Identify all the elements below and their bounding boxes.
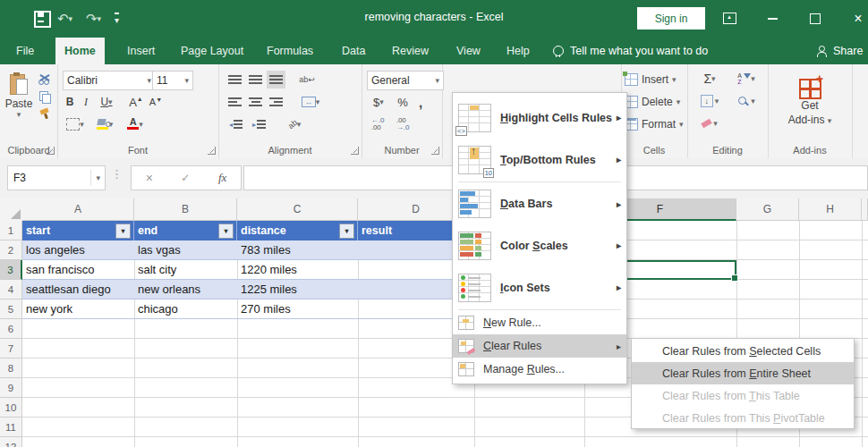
format-cells-button[interactable]: Format▾	[625, 116, 684, 132]
currency-button[interactable]: $▾	[367, 94, 390, 110]
font-dialog-launcher[interactable]	[208, 147, 216, 155]
column-header-g[interactable]: G	[736, 198, 799, 221]
alignment-dialog-launcher[interactable]	[351, 147, 359, 155]
filter-dropdown-icon[interactable]: ▾	[339, 224, 354, 239]
menu-item-icon-sets[interactable]: Icon Sets ▸	[453, 266, 626, 308]
filter-dropdown-icon[interactable]: ▾	[115, 224, 131, 239]
sign-in-button[interactable]: Sign in	[637, 7, 705, 30]
close-button[interactable]: ×	[848, 7, 868, 30]
tab-view[interactable]: View	[447, 38, 489, 64]
minimize-button[interactable]	[759, 7, 786, 30]
merge-center-button[interactable]: ↔ ▾	[295, 93, 326, 111]
cell-b3[interactable]: salt city	[134, 260, 237, 280]
percent-button[interactable]: %	[394, 94, 412, 110]
menu-item-color-scales[interactable]: Color Scales ▸	[453, 224, 626, 266]
name-box[interactable]: F3 ▾	[7, 165, 106, 190]
tell-me-box[interactable]: Tell me what you want to do	[553, 38, 708, 64]
cell-a4[interactable]: seattlesan diego	[22, 280, 134, 299]
column-header-b[interactable]: B	[134, 198, 237, 221]
column-header-partial[interactable]	[862, 198, 868, 221]
menu-item-clear-rules[interactable]: Clear Rules ▸	[453, 334, 626, 358]
top-align-button[interactable]	[226, 71, 244, 89]
tab-home[interactable]: Home	[55, 38, 105, 64]
cell-b2[interactable]: las vgas	[134, 240, 237, 260]
maximize-button[interactable]	[802, 7, 829, 30]
bottom-align-button[interactable]	[267, 71, 285, 89]
cell-c5[interactable]: 270 miles	[237, 299, 358, 319]
paste-button[interactable]: Paste ▾	[4, 70, 34, 122]
enter-icon[interactable]: ✓	[181, 172, 190, 184]
clipboard-dialog-launcher[interactable]	[47, 147, 55, 155]
tab-review[interactable]: Review	[383, 38, 438, 64]
insert-function-icon[interactable]: fx	[218, 171, 226, 185]
tab-help[interactable]: Help	[498, 38, 539, 64]
row-header-1[interactable]: 1	[0, 221, 22, 240]
row-header-12[interactable]: 12	[0, 437, 22, 447]
get-addins-button[interactable]: + Get Add-ins ▾	[779, 69, 841, 133]
delete-cells-button[interactable]: × Delete▾	[625, 94, 684, 110]
fill-handle[interactable]	[731, 274, 738, 282]
menu-item-data-bars[interactable]: Data Bars ▸	[453, 183, 626, 224]
cell-a2[interactable]: los angeles	[22, 240, 134, 260]
clear-button[interactable]: ▾	[694, 115, 725, 131]
column-header-h[interactable]: H	[799, 198, 862, 221]
table-header-end[interactable]: end▾	[134, 221, 237, 240]
tab-formulas[interactable]: Formulas	[258, 38, 322, 64]
number-dialog-launcher[interactable]	[431, 147, 439, 155]
menu-item-highlight-cells-rules[interactable]: <> Highlight Cells Rules ▸	[453, 97, 626, 139]
wrap-text-button[interactable]: ab↩	[295, 71, 319, 89]
row-header-9[interactable]: 9	[0, 378, 22, 398]
insert-cells-button[interactable]: Insert▾	[625, 72, 684, 88]
submenu-item-clear-selected-cells[interactable]: Clear Rules from Selected Cells	[632, 340, 854, 362]
cancel-icon[interactable]: ×	[146, 171, 153, 185]
menu-item-top-bottom-rules[interactable]: ↑ 10 Top/Bottom Rules ▸	[453, 139, 626, 181]
tab-insert[interactable]: Insert	[118, 38, 164, 64]
font-size-combo[interactable]: 11▾	[152, 71, 193, 90]
share-button[interactable]: Share	[816, 38, 863, 64]
cut-button[interactable]	[36, 72, 54, 86]
table-header-distance[interactable]: distance▾	[237, 221, 358, 240]
table-header-start[interactable]: start▾	[22, 221, 134, 240]
borders-button[interactable]: ▾	[63, 116, 88, 132]
cell-c3[interactable]: 1220 miles	[237, 260, 358, 280]
underline-button[interactable]: U▾	[95, 94, 118, 110]
cell-a3[interactable]: san francisco	[22, 260, 134, 280]
sort-filter-button[interactable]: A Z ▾	[730, 71, 762, 87]
cell-b5[interactable]: chicago	[134, 299, 237, 319]
menu-item-manage-rules[interactable]: Manage Rules...	[453, 358, 626, 381]
bold-button[interactable]: B	[63, 94, 77, 110]
column-header-a[interactable]: A	[22, 198, 134, 221]
orientation-button[interactable]: ab ▾	[281, 115, 308, 133]
font-name-combo[interactable]: Calibri▾	[63, 71, 156, 90]
comma-button[interactable]: ,	[413, 94, 428, 110]
cell-a5[interactable]: new york	[22, 299, 134, 319]
row-header-4[interactable]: 4	[0, 280, 22, 299]
name-box-caret-icon[interactable]: ▾	[90, 170, 105, 186]
submenu-item-clear-entire-sheet[interactable]: Clear Rules from Entire Sheet	[632, 362, 854, 384]
autosum-button[interactable]: Σ▾	[694, 71, 725, 87]
decrease-indent-button[interactable]: ◂	[226, 115, 246, 133]
menu-item-new-rule[interactable]: New Rule...	[453, 311, 626, 334]
row-header-10[interactable]: 10	[0, 398, 22, 417]
cell-b4[interactable]: new orleans	[134, 280, 237, 299]
row-header-3[interactable]: 3	[0, 260, 22, 280]
shrink-font-button[interactable]: A▼	[147, 94, 165, 110]
row-header-11[interactable]: 11	[0, 417, 22, 437]
column-header-c[interactable]: C	[237, 198, 358, 221]
tab-data[interactable]: Data	[333, 38, 374, 64]
format-painter-button[interactable]	[36, 107, 54, 122]
decrease-decimal-button[interactable]: .00→.0	[392, 116, 413, 132]
cell-c2[interactable]: 783 miles	[237, 240, 358, 260]
italic-button[interactable]: I	[79, 94, 93, 110]
grow-font-button[interactable]: A▲	[127, 94, 145, 110]
center-button[interactable]	[246, 93, 265, 111]
number-format-combo[interactable]: General▾	[367, 71, 444, 90]
row-header-6[interactable]: 6	[0, 319, 22, 339]
tab-page-layout[interactable]: Page Layout	[172, 38, 252, 64]
increase-decimal-button[interactable]: ←.0.00	[367, 116, 388, 132]
font-color-button[interactable]: A ▾	[122, 116, 149, 132]
cell-c4[interactable]: 1225 miles	[237, 280, 358, 299]
formula-bar-splitter[interactable]: ⋮	[111, 167, 123, 181]
increase-indent-button[interactable]: ▸	[249, 115, 269, 133]
find-select-button[interactable]: ▾	[730, 93, 762, 109]
